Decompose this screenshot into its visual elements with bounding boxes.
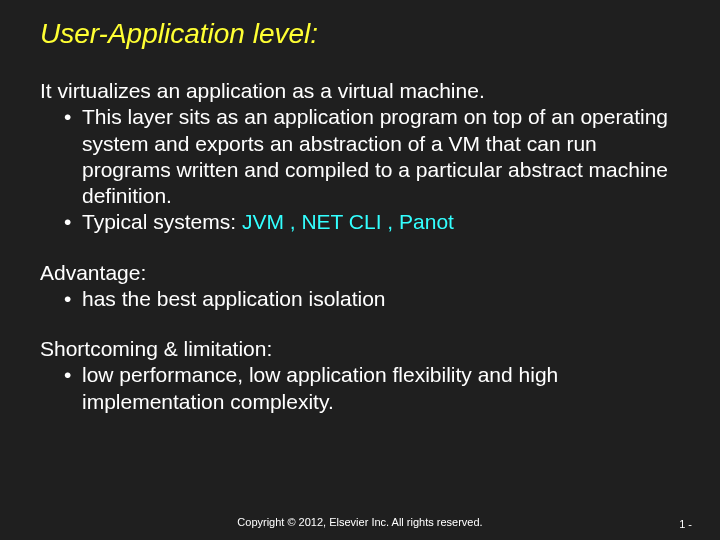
list-item: has the best application isolation — [64, 286, 680, 312]
intro-text: It virtualizes an application as a virtu… — [40, 78, 680, 104]
typical-systems-label: Typical systems: — [82, 210, 242, 233]
copyright-footer: Copyright © 2012, Elsevier Inc. All righ… — [0, 516, 720, 528]
list-item: This layer sits as an application progra… — [64, 104, 680, 209]
section-advantage: Advantage: has the best application isol… — [40, 260, 680, 313]
slide: User-Application level: It virtualizes a… — [0, 0, 720, 540]
advantage-heading: Advantage: — [40, 260, 680, 286]
section-shortcoming: Shortcoming & limitation: low performanc… — [40, 336, 680, 415]
shortcoming-heading: Shortcoming & limitation: — [40, 336, 680, 362]
section-intro: It virtualizes an application as a virtu… — [40, 78, 680, 236]
advantage-bullets: has the best application isolation — [40, 286, 680, 312]
shortcoming-bullets: low performance, low application flexibi… — [40, 362, 680, 415]
typical-systems-value: JVM , NET CLI , Panot — [242, 210, 454, 233]
intro-bullets: This layer sits as an application progra… — [40, 104, 680, 235]
slide-title: User-Application level: — [40, 18, 680, 50]
list-item: Typical systems: JVM , NET CLI , Panot — [64, 209, 680, 235]
list-item: low performance, low application flexibi… — [64, 362, 680, 415]
page-number: 1 - — [679, 518, 692, 530]
